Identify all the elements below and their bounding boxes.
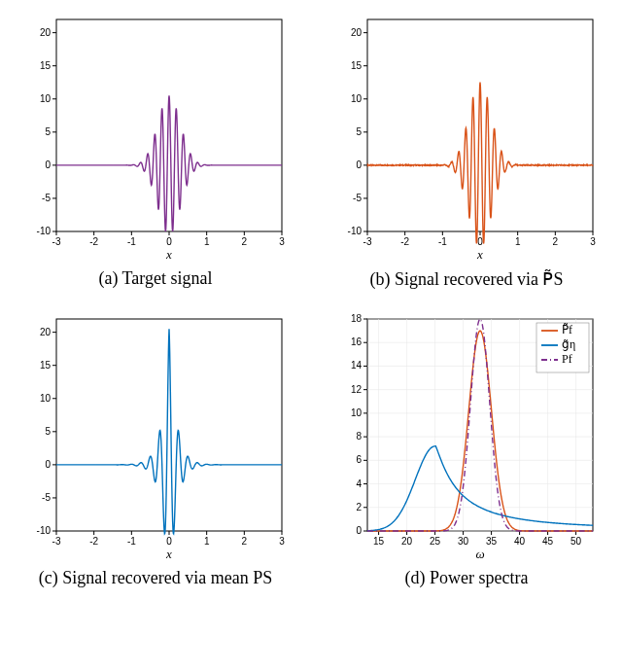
xtick-label: 30 [458, 536, 469, 547]
ytick-label: 12 [351, 384, 363, 395]
xtick-label: 3 [279, 236, 285, 247]
xtick-label: 45 [542, 536, 554, 547]
caption-d: (d) Power spectra [405, 568, 529, 588]
ytick-label: 15 [40, 60, 52, 71]
xtick-label: 35 [486, 536, 498, 547]
ytick-label: 20 [351, 27, 363, 38]
legend-label: Pf [562, 352, 572, 366]
ytick-label: -5 [42, 492, 51, 503]
panel-a: -3-2-10123-10-505101520x(a) Target signa… [19, 10, 292, 290]
xtick-label: -1 [438, 236, 447, 247]
xtick-label: -2 [89, 236, 98, 247]
xtick-label: -1 [127, 236, 136, 247]
xtick-label: -2 [400, 236, 409, 247]
caption-a: (a) Target signal [98, 268, 212, 289]
ytick-label: 0 [45, 459, 51, 470]
ytick-label: 6 [356, 454, 362, 465]
legend-label: P̃f [562, 323, 572, 336]
xtick-label: 1 [204, 236, 210, 247]
ytick-label: 10 [351, 93, 363, 104]
panel-c: -3-2-10123-10-505101520x(c) Signal recov… [19, 309, 292, 588]
plot-c: -3-2-10123-10-505101520x [19, 309, 292, 562]
xlabel: ω [475, 547, 484, 561]
ytick-label: 8 [356, 431, 362, 442]
xtick-label: 3 [590, 236, 596, 247]
xlabel: x [165, 247, 172, 262]
xtick-label: 25 [430, 536, 441, 547]
panel-b: -3-2-10123-10-505101520x(b) Signal recov… [330, 10, 603, 290]
ytick-label: 20 [40, 327, 52, 337]
ytick-label: -10 [348, 226, 363, 236]
xtick-label: 50 [570, 536, 582, 547]
ytick-label: 5 [45, 426, 51, 437]
ytick-label: 10 [40, 393, 52, 404]
ytick-label: 10 [40, 93, 52, 104]
ytick-label: -10 [37, 226, 52, 236]
xtick-label: 15 [373, 536, 385, 547]
xtick-label: 1 [515, 236, 521, 247]
ytick-label: 0 [356, 525, 362, 536]
panel-d: 1520253035404550024681012141618ωP̃fg̃ηPf… [330, 309, 603, 588]
ytick-label: 10 [351, 407, 363, 418]
ytick-label: 15 [40, 360, 52, 371]
xlabel: x [476, 247, 483, 262]
xtick-label: -1 [127, 536, 136, 547]
xtick-label: 0 [166, 236, 172, 247]
ytick-label: 18 [351, 313, 363, 324]
legend-label: g̃η [562, 337, 575, 351]
ytick-label: 0 [356, 159, 362, 170]
ytick-label: -5 [353, 193, 362, 203]
ytick-label: 0 [45, 159, 51, 170]
caption-b: (b) Signal recovered via P̃S [370, 268, 564, 290]
xtick-label: 2 [242, 536, 248, 547]
plot-area [367, 19, 593, 231]
ytick-label: 16 [351, 336, 363, 347]
ytick-label: 15 [351, 60, 363, 71]
ytick-label: 20 [40, 27, 52, 38]
xtick-label: -2 [89, 536, 98, 547]
xtick-label: 20 [401, 536, 413, 547]
xtick-label: 0 [166, 536, 172, 547]
xtick-label: -3 [52, 236, 61, 247]
ytick-label: 5 [45, 126, 51, 137]
xlabel: x [165, 547, 172, 561]
ytick-label: 14 [351, 360, 363, 371]
xtick-label: 40 [514, 536, 526, 547]
xtick-label: 2 [242, 236, 248, 247]
plot-a: -3-2-10123-10-505101520x [19, 10, 292, 263]
caption-c: (c) Signal recovered via mean PS [39, 568, 272, 588]
xtick-label: 2 [553, 236, 559, 247]
plot-d: 1520253035404550024681012141618ωP̃fg̃ηPf [330, 309, 603, 562]
ytick-label: 5 [356, 126, 362, 137]
xtick-label: 1 [204, 536, 210, 547]
plot-b: -3-2-10123-10-505101520x [330, 10, 603, 263]
plot-area [56, 19, 282, 231]
ytick-label: -5 [42, 193, 51, 203]
ytick-label: 2 [356, 502, 362, 513]
xtick-label: 0 [477, 236, 483, 247]
ytick-label: -10 [37, 525, 52, 536]
xtick-label: -3 [363, 236, 372, 247]
ytick-label: 4 [356, 478, 362, 489]
xtick-label: 3 [279, 536, 285, 547]
xtick-label: -3 [52, 536, 61, 547]
